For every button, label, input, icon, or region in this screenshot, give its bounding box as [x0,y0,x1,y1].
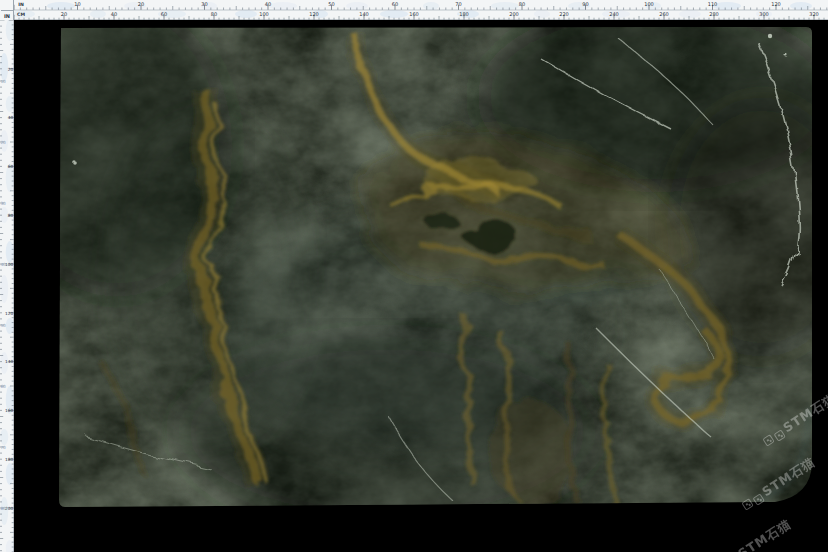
svg-text:220: 220 [559,11,569,17]
svg-text:20: 20 [8,67,14,72]
svg-text:CM: CM [17,12,25,17]
svg-text:20: 20 [61,11,67,17]
svg-text:200: 200 [509,11,519,17]
svg-text:180: 180 [459,11,469,17]
svg-text:90: 90 [582,1,588,7]
svg-text:160: 160 [409,11,419,17]
svg-text:320: 320 [809,11,819,17]
svg-text:260: 260 [659,11,669,17]
svg-text:60: 60 [392,1,398,7]
svg-text:30: 30 [201,1,207,7]
svg-text:120: 120 [309,11,319,17]
svg-text:20: 20 [0,140,6,145]
svg-text:10: 10 [0,79,6,84]
svg-text:40: 40 [111,11,117,17]
left-ruler: 1020304050607080204060801001201401601802… [0,20,14,552]
svg-text:240: 240 [609,11,619,17]
svg-text:70: 70 [0,445,6,450]
slab-canvas[interactable] [14,20,828,552]
svg-text:80: 80 [8,213,14,218]
svg-text:70: 70 [455,1,461,7]
svg-text:100: 100 [5,262,13,267]
svg-text:110: 110 [708,1,718,7]
svg-text:60: 60 [0,384,6,389]
svg-text:140: 140 [359,11,369,17]
svg-text:40: 40 [265,1,271,7]
svg-text:160: 160 [5,408,13,413]
svg-text:10: 10 [74,1,80,7]
svg-text:100: 100 [259,11,269,17]
left-ruler-unit-label: IN [1,10,13,21]
svg-text:20: 20 [138,1,144,7]
svg-text:180: 180 [5,457,13,462]
svg-text:280: 280 [709,11,719,17]
svg-text:30: 30 [0,201,6,206]
svg-text:60: 60 [8,164,14,169]
svg-text:300: 300 [759,11,769,17]
svg-text:100: 100 [644,1,654,7]
slab-viewer-window: IN 102030405060708090100110120IN20406080… [0,0,828,552]
svg-text:120: 120 [771,1,781,7]
svg-text:60: 60 [161,11,167,17]
svg-text:140: 140 [5,359,13,364]
svg-text:80: 80 [211,11,217,17]
svg-text:200: 200 [5,506,13,511]
svg-text:120: 120 [5,311,13,316]
svg-text:40: 40 [8,115,14,120]
ruler-unit-corner: IN [0,0,14,20]
svg-text:80: 80 [519,1,525,7]
svg-text:50: 50 [0,323,6,328]
svg-text:50: 50 [328,1,334,7]
top-ruler: 102030405060708090100110120IN20406080100… [14,0,828,20]
slab-image [57,27,812,507]
svg-text:IN: IN [18,2,24,7]
